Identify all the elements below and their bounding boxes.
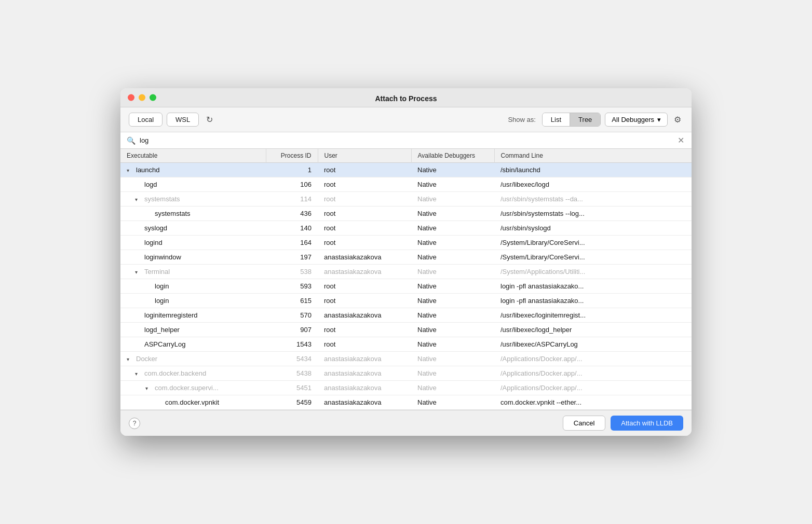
- cell-executable: logind: [120, 236, 266, 250]
- table-row[interactable]: loginwindow197anastasiakazakovaNative/Sy…: [120, 250, 692, 265]
- table-row[interactable]: ASPCarryLog1543rootNative/usr/libexec/AS…: [120, 337, 692, 352]
- exe-name: systemstats: [144, 195, 180, 203]
- settings-button[interactable]: ⚙: [672, 113, 683, 127]
- cell-pid: 5459: [266, 395, 318, 410]
- search-input[interactable]: [140, 136, 672, 144]
- local-button[interactable]: Local: [129, 113, 163, 127]
- tree-toggle-icon[interactable]: ▾: [135, 269, 142, 275]
- cell-executable: ▾launchd: [120, 163, 266, 177]
- cell-debugger: Native: [411, 236, 494, 250]
- cell-command-line: login -pfl anastasiakazako...: [494, 279, 692, 294]
- list-view-button[interactable]: List: [543, 113, 570, 126]
- maximize-button[interactable]: [150, 94, 156, 101]
- tree-toggle-icon[interactable]: ▾: [127, 356, 134, 362]
- cell-debugger: Native: [411, 395, 494, 410]
- table-row[interactable]: ▾Terminal538anastasiakazakovaNative/Syst…: [120, 265, 692, 279]
- cell-user: anastasiakazakova: [318, 308, 411, 323]
- exe-name: com.docker.vpnkit: [165, 398, 219, 406]
- cell-pid: 593: [266, 279, 318, 294]
- tree-toggle-icon[interactable]: ▾: [127, 168, 134, 173]
- cell-debugger: Native: [411, 308, 494, 323]
- table-row[interactable]: ▾launchd1rootNative/sbin/launchd: [120, 163, 692, 177]
- table-row[interactable]: logind164rootNative/System/Library/CoreS…: [120, 236, 692, 250]
- table-row[interactable]: com.docker.vpnkit5459anastasiakazakovaNa…: [120, 395, 692, 410]
- table-row[interactable]: ▾com.docker.backend5438anastasiakazakova…: [120, 366, 692, 381]
- search-bar: 🔍 ✕: [120, 132, 692, 149]
- exe-name: login: [155, 297, 169, 305]
- window-controls: [128, 94, 156, 101]
- cell-user: root: [318, 206, 411, 221]
- exe-name: loginwindow: [144, 253, 181, 261]
- header-user: User: [318, 149, 411, 163]
- table-row[interactable]: loginitemregisterd570anastasiakazakovaNa…: [120, 308, 692, 323]
- cell-pid: 570: [266, 308, 318, 323]
- exe-name: logd: [144, 181, 157, 188]
- dialog-title: Attach to Process: [129, 94, 683, 103]
- cell-user: anastasiakazakova: [318, 250, 411, 265]
- tree-toggle-icon[interactable]: ▾: [145, 385, 153, 391]
- table-row[interactable]: syslogd140rootNative/usr/sbin/syslogd: [120, 221, 692, 236]
- debugger-label: All Debuggers: [612, 116, 654, 123]
- cell-command-line: com.docker.vpnkit --ether...: [494, 395, 692, 410]
- exe-name: loginitemregisterd: [144, 311, 198, 319]
- cell-pid: 106: [266, 177, 318, 192]
- process-table-container: Executable Process ID User Available Deb…: [120, 149, 692, 410]
- cell-command-line: /usr/sbin/syslogd: [494, 221, 692, 236]
- cell-command-line: /System/Applications/Utiliti...: [494, 265, 692, 279]
- cell-debugger: Native: [411, 337, 494, 352]
- tree-view-button[interactable]: Tree: [570, 113, 600, 126]
- header-process-id: Process ID: [266, 149, 318, 163]
- tree-toggle-icon[interactable]: ▾: [135, 371, 142, 377]
- exe-name: logd_helper: [144, 326, 180, 334]
- table-row[interactable]: systemstats436rootNative/usr/sbin/system…: [120, 206, 692, 221]
- cell-debugger: Native: [411, 250, 494, 265]
- cell-pid: 615: [266, 294, 318, 308]
- table-row[interactable]: logd_helper907rootNative/usr/libexec/log…: [120, 323, 692, 337]
- minimize-button[interactable]: [139, 94, 145, 101]
- wsl-button[interactable]: WSL: [167, 113, 199, 127]
- exe-name: logind: [144, 239, 163, 246]
- cell-command-line: /Applications/Docker.app/...: [494, 381, 692, 395]
- attach-button[interactable]: Attach with LLDB: [611, 416, 683, 431]
- cell-debugger: Native: [411, 279, 494, 294]
- table-row[interactable]: login593rootNativelogin -pfl anastasiaka…: [120, 279, 692, 294]
- cell-executable: ASPCarryLog: [120, 337, 266, 352]
- table-row[interactable]: ▾Docker5434anastasiakazakovaNative/Appli…: [120, 352, 692, 366]
- cell-user: root: [318, 337, 411, 352]
- exe-name: login: [155, 282, 169, 290]
- cell-pid: 5451: [266, 381, 318, 395]
- cell-command-line: /System/Library/CoreServi...: [494, 250, 692, 265]
- cell-command-line: /sbin/launchd: [494, 163, 692, 177]
- help-button[interactable]: ?: [129, 418, 140, 429]
- show-as-label: Show as:: [508, 116, 535, 123]
- close-button[interactable]: [128, 94, 134, 101]
- header-command-line: Command Line: [494, 149, 692, 163]
- cell-pid: 1543: [266, 337, 318, 352]
- cell-command-line: /usr/libexec/logd_helper: [494, 323, 692, 337]
- table-row[interactable]: login615rootNativelogin -pfl anastasiaka…: [120, 294, 692, 308]
- table-row[interactable]: ▾systemstats114rootNative/usr/sbin/syste…: [120, 192, 692, 206]
- header-executable: Executable: [120, 149, 266, 163]
- clear-search-button[interactable]: ✕: [676, 135, 685, 145]
- tree-toggle-icon[interactable]: ▾: [135, 197, 142, 202]
- debugger-dropdown[interactable]: All Debuggers ▾: [605, 113, 668, 127]
- cell-executable: logd_helper: [120, 323, 266, 337]
- cell-pid: 5434: [266, 352, 318, 366]
- cell-executable: ▾Docker: [120, 352, 266, 366]
- cell-executable: com.docker.vpnkit: [120, 395, 266, 410]
- exe-name: com.docker.backend: [144, 369, 206, 377]
- cancel-button[interactable]: Cancel: [563, 416, 605, 431]
- cell-user: root: [318, 221, 411, 236]
- cell-user: root: [318, 294, 411, 308]
- cell-executable: systemstats: [120, 206, 266, 221]
- table-row[interactable]: logd106rootNative/usr/libexec/logd: [120, 177, 692, 192]
- cell-user: anastasiakazakova: [318, 395, 411, 410]
- cell-user: anastasiakazakova: [318, 381, 411, 395]
- table-row[interactable]: ▾com.docker.supervi...5451anastasiakazak…: [120, 381, 692, 395]
- process-table: Executable Process ID User Available Deb…: [120, 149, 692, 410]
- cell-user: root: [318, 236, 411, 250]
- cell-pid: 114: [266, 192, 318, 206]
- refresh-button[interactable]: ↻: [203, 113, 216, 127]
- exe-name: launchd: [136, 166, 160, 174]
- cell-pid: 907: [266, 323, 318, 337]
